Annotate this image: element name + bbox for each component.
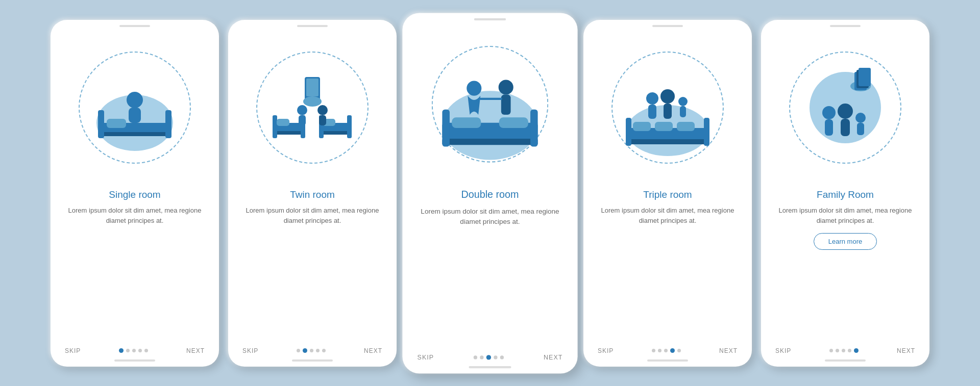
- svg-rect-4: [98, 110, 104, 138]
- bottom-nav: SKIP NEXT: [228, 342, 397, 356]
- svg-point-21: [297, 105, 307, 115]
- dot-1: [297, 349, 300, 352]
- svg-rect-60: [857, 123, 864, 135]
- bottom-handle: [647, 359, 688, 362]
- svg-point-23: [317, 105, 328, 115]
- svg-rect-49: [680, 106, 686, 117]
- dot-3: [664, 349, 668, 352]
- phone-top-bar: [652, 25, 683, 27]
- room-title: Twin room: [290, 189, 335, 200]
- svg-rect-41: [633, 122, 651, 131]
- svg-rect-39: [626, 118, 631, 146]
- room-title: Single room: [109, 189, 160, 200]
- svg-rect-5: [165, 110, 172, 138]
- dot-5: [144, 349, 148, 352]
- dot-4: [138, 349, 142, 352]
- room-desc: Lorem ipsum dolor sit dim amet, mea regi…: [773, 205, 917, 226]
- dot-2: [836, 349, 839, 352]
- dot-3: [486, 354, 491, 359]
- phone-family-room: Family Room Lorem ipsum dolor sit dim am…: [761, 20, 929, 367]
- phone-top-bar: [830, 25, 861, 27]
- dots: [474, 354, 504, 359]
- learn-more-button[interactable]: Learn more: [814, 233, 877, 250]
- room-desc: Lorem ipsum dolor sit dim amet, mea regi…: [63, 205, 207, 226]
- phone-twin-room: Twin room Lorem ipsum dolor sit dim amet…: [228, 20, 397, 367]
- dot-2: [480, 355, 483, 358]
- bottom-handle: [114, 359, 155, 362]
- phone-top-bar: [474, 18, 506, 20]
- bottom-handle: [292, 359, 333, 362]
- svg-rect-28: [442, 109, 450, 146]
- svg-rect-17: [320, 131, 351, 135]
- svg-rect-38: [627, 139, 708, 144]
- room-desc: Lorem ipsum dolor sit dim amet, mea regi…: [596, 205, 740, 226]
- dots: [119, 348, 148, 353]
- dots: [652, 348, 681, 353]
- dot-3: [310, 349, 313, 352]
- skip-button[interactable]: SKIP: [242, 347, 258, 354]
- next-button[interactable]: NEXT: [544, 353, 562, 361]
- dot-1: [829, 349, 833, 352]
- svg-rect-30: [452, 117, 481, 128]
- dot-4: [848, 349, 851, 352]
- phone-top-bar: [297, 25, 328, 27]
- bottom-handle: [825, 359, 866, 362]
- phone-top-bar: [119, 25, 150, 27]
- svg-point-59: [855, 113, 866, 123]
- illustration-area: [583, 31, 752, 184]
- svg-rect-34: [501, 94, 511, 115]
- svg-rect-42: [655, 122, 673, 131]
- dot-3: [132, 349, 136, 352]
- text-area: Single room Lorem ipsum dolor sit dim am…: [51, 184, 219, 342]
- svg-rect-7: [129, 108, 141, 123]
- svg-point-33: [499, 80, 513, 94]
- illustration-area: [761, 31, 929, 184]
- svg-point-55: [822, 106, 836, 119]
- svg-rect-43: [677, 122, 695, 131]
- screens-container: Single room Lorem ipsum dolor sit dim am…: [30, 5, 950, 382]
- dots: [829, 348, 859, 353]
- dot-5: [677, 349, 681, 352]
- text-area: Double room Lorem ipsum dolor sit dim am…: [402, 184, 577, 348]
- next-button[interactable]: NEXT: [897, 347, 915, 354]
- skip-button[interactable]: SKIP: [418, 353, 434, 361]
- room-title: Family Room: [817, 189, 874, 200]
- svg-rect-22: [299, 115, 306, 125]
- bottom-handle: [469, 366, 511, 368]
- double-room-illustration: [432, 45, 549, 162]
- phone-triple-room: Triple room Lorem ipsum dolor sit dim am…: [583, 20, 752, 367]
- svg-rect-13: [273, 115, 277, 138]
- next-button[interactable]: NEXT: [719, 347, 738, 354]
- svg-rect-12: [274, 131, 305, 135]
- room-title: Triple room: [643, 189, 692, 200]
- dot-4: [670, 348, 675, 353]
- svg-point-10: [303, 96, 322, 107]
- svg-rect-47: [664, 104, 672, 119]
- bottom-nav: SKIP NEXT: [402, 348, 577, 363]
- dot-1: [652, 349, 655, 352]
- svg-point-46: [660, 89, 675, 104]
- dot-1: [474, 355, 477, 358]
- phone-double-room: Double room Lorem ipsum dolor sit dim am…: [402, 13, 577, 373]
- skip-button[interactable]: SKIP: [598, 347, 614, 354]
- skip-button[interactable]: SKIP: [65, 347, 81, 354]
- svg-rect-24: [319, 115, 326, 125]
- single-room-illustration: [84, 57, 186, 159]
- dot-2: [126, 349, 130, 352]
- svg-point-44: [646, 92, 658, 105]
- next-button[interactable]: NEXT: [364, 347, 382, 354]
- svg-rect-40: [704, 118, 709, 146]
- dot-2: [303, 348, 307, 353]
- svg-rect-3: [107, 119, 126, 128]
- svg-rect-31: [499, 117, 528, 128]
- family-room-illustration: [794, 57, 896, 159]
- phone-single-room: Single room Lorem ipsum dolor sit dim am…: [51, 20, 219, 367]
- svg-rect-27: [442, 138, 537, 144]
- next-button[interactable]: NEXT: [186, 347, 205, 354]
- room-desc: Lorem ipsum dolor sit dim amet, mea regi…: [415, 205, 565, 227]
- svg-rect-29: [530, 109, 538, 146]
- svg-point-6: [127, 92, 143, 108]
- skip-button[interactable]: SKIP: [775, 347, 791, 354]
- text-area: Triple room Lorem ipsum dolor sit dim am…: [583, 184, 752, 342]
- room-title: Double room: [461, 189, 519, 200]
